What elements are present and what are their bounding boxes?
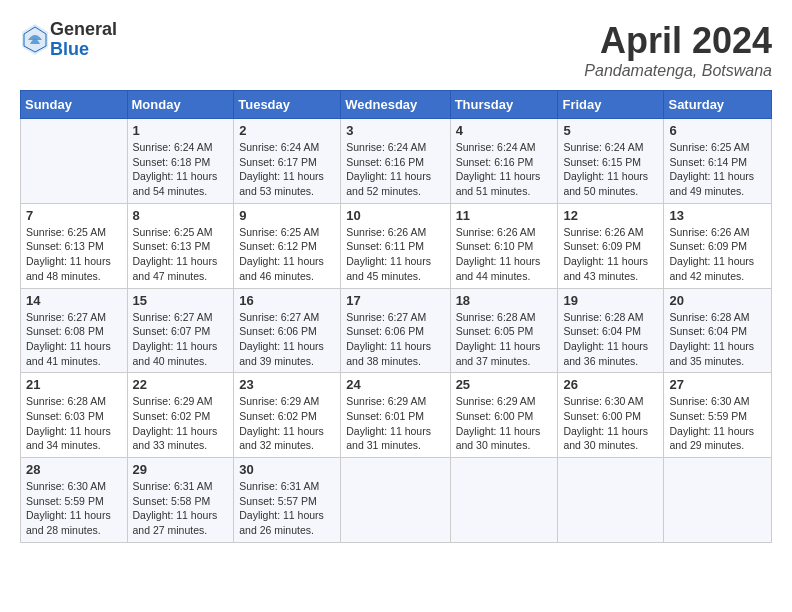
logo-blue: Blue [50,40,117,60]
day-number: 14 [26,293,122,308]
header-day: Sunday [21,91,128,119]
day-number: 5 [563,123,658,138]
calendar-cell: 6Sunrise: 6:25 AMSunset: 6:14 PMDaylight… [664,119,772,204]
page-header: General Blue April 2024 Pandamatenga, Bo… [20,20,772,80]
day-info: Sunrise: 6:28 AMSunset: 6:04 PMDaylight:… [563,310,658,369]
day-info: Sunrise: 6:26 AMSunset: 6:10 PMDaylight:… [456,225,553,284]
header-day: Friday [558,91,664,119]
day-number: 18 [456,293,553,308]
day-info: Sunrise: 6:28 AMSunset: 6:05 PMDaylight:… [456,310,553,369]
day-info: Sunrise: 6:29 AMSunset: 6:00 PMDaylight:… [456,394,553,453]
calendar-cell: 18Sunrise: 6:28 AMSunset: 6:05 PMDayligh… [450,288,558,373]
day-number: 20 [669,293,766,308]
calendar-cell: 4Sunrise: 6:24 AMSunset: 6:16 PMDaylight… [450,119,558,204]
day-info: Sunrise: 6:26 AMSunset: 6:09 PMDaylight:… [669,225,766,284]
day-info: Sunrise: 6:24 AMSunset: 6:16 PMDaylight:… [456,140,553,199]
day-number: 8 [133,208,229,223]
calendar-cell: 8Sunrise: 6:25 AMSunset: 6:13 PMDaylight… [127,203,234,288]
calendar-cell: 11Sunrise: 6:26 AMSunset: 6:10 PMDayligh… [450,203,558,288]
day-number: 6 [669,123,766,138]
calendar-cell: 26Sunrise: 6:30 AMSunset: 6:00 PMDayligh… [558,373,664,458]
day-info: Sunrise: 6:30 AMSunset: 5:59 PMDaylight:… [26,479,122,538]
day-info: Sunrise: 6:27 AMSunset: 6:07 PMDaylight:… [133,310,229,369]
day-number: 21 [26,377,122,392]
day-number: 25 [456,377,553,392]
calendar-cell [558,458,664,543]
day-info: Sunrise: 6:27 AMSunset: 6:06 PMDaylight:… [239,310,335,369]
day-info: Sunrise: 6:31 AMSunset: 5:57 PMDaylight:… [239,479,335,538]
day-number: 30 [239,462,335,477]
day-number: 23 [239,377,335,392]
day-info: Sunrise: 6:27 AMSunset: 6:08 PMDaylight:… [26,310,122,369]
day-number: 9 [239,208,335,223]
day-info: Sunrise: 6:31 AMSunset: 5:58 PMDaylight:… [133,479,229,538]
day-info: Sunrise: 6:25 AMSunset: 6:13 PMDaylight:… [133,225,229,284]
day-info: Sunrise: 6:25 AMSunset: 6:13 PMDaylight:… [26,225,122,284]
day-info: Sunrise: 6:24 AMSunset: 6:18 PMDaylight:… [133,140,229,199]
calendar-cell: 10Sunrise: 6:26 AMSunset: 6:11 PMDayligh… [341,203,450,288]
calendar-week-row: 28Sunrise: 6:30 AMSunset: 5:59 PMDayligh… [21,458,772,543]
day-number: 29 [133,462,229,477]
day-number: 28 [26,462,122,477]
day-number: 15 [133,293,229,308]
location: Pandamatenga, Botswana [584,62,772,80]
calendar-cell [341,458,450,543]
day-number: 3 [346,123,444,138]
day-number: 1 [133,123,229,138]
day-number: 26 [563,377,658,392]
calendar-cell: 12Sunrise: 6:26 AMSunset: 6:09 PMDayligh… [558,203,664,288]
day-info: Sunrise: 6:28 AMSunset: 6:04 PMDaylight:… [669,310,766,369]
calendar-cell: 19Sunrise: 6:28 AMSunset: 6:04 PMDayligh… [558,288,664,373]
day-number: 12 [563,208,658,223]
logo-text: General Blue [50,20,117,60]
day-number: 27 [669,377,766,392]
calendar-cell: 28Sunrise: 6:30 AMSunset: 5:59 PMDayligh… [21,458,128,543]
day-number: 11 [456,208,553,223]
day-info: Sunrise: 6:27 AMSunset: 6:06 PMDaylight:… [346,310,444,369]
header-row: SundayMondayTuesdayWednesdayThursdayFrid… [21,91,772,119]
day-info: Sunrise: 6:29 AMSunset: 6:01 PMDaylight:… [346,394,444,453]
day-number: 7 [26,208,122,223]
day-number: 22 [133,377,229,392]
day-info: Sunrise: 6:24 AMSunset: 6:15 PMDaylight:… [563,140,658,199]
day-number: 10 [346,208,444,223]
day-number: 4 [456,123,553,138]
calendar-cell: 5Sunrise: 6:24 AMSunset: 6:15 PMDaylight… [558,119,664,204]
day-number: 24 [346,377,444,392]
logo-general: General [50,20,117,40]
day-number: 16 [239,293,335,308]
day-info: Sunrise: 6:28 AMSunset: 6:03 PMDaylight:… [26,394,122,453]
calendar-cell: 20Sunrise: 6:28 AMSunset: 6:04 PMDayligh… [664,288,772,373]
calendar-cell: 3Sunrise: 6:24 AMSunset: 6:16 PMDaylight… [341,119,450,204]
day-info: Sunrise: 6:30 AMSunset: 6:00 PMDaylight:… [563,394,658,453]
header-day: Tuesday [234,91,341,119]
calendar-table: SundayMondayTuesdayWednesdayThursdayFrid… [20,90,772,543]
calendar-week-row: 21Sunrise: 6:28 AMSunset: 6:03 PMDayligh… [21,373,772,458]
calendar-cell: 30Sunrise: 6:31 AMSunset: 5:57 PMDayligh… [234,458,341,543]
day-number: 13 [669,208,766,223]
logo-icon [20,22,50,57]
calendar-cell: 9Sunrise: 6:25 AMSunset: 6:12 PMDaylight… [234,203,341,288]
header-day: Monday [127,91,234,119]
day-info: Sunrise: 6:25 AMSunset: 6:12 PMDaylight:… [239,225,335,284]
calendar-cell: 15Sunrise: 6:27 AMSunset: 6:07 PMDayligh… [127,288,234,373]
calendar-cell: 1Sunrise: 6:24 AMSunset: 6:18 PMDaylight… [127,119,234,204]
title-area: April 2024 Pandamatenga, Botswana [584,20,772,80]
calendar-cell: 2Sunrise: 6:24 AMSunset: 6:17 PMDaylight… [234,119,341,204]
logo: General Blue [20,20,117,60]
day-number: 19 [563,293,658,308]
calendar-cell: 17Sunrise: 6:27 AMSunset: 6:06 PMDayligh… [341,288,450,373]
day-info: Sunrise: 6:24 AMSunset: 6:16 PMDaylight:… [346,140,444,199]
day-info: Sunrise: 6:29 AMSunset: 6:02 PMDaylight:… [133,394,229,453]
calendar-cell: 21Sunrise: 6:28 AMSunset: 6:03 PMDayligh… [21,373,128,458]
calendar-cell [21,119,128,204]
calendar-week-row: 7Sunrise: 6:25 AMSunset: 6:13 PMDaylight… [21,203,772,288]
header-day: Thursday [450,91,558,119]
day-info: Sunrise: 6:24 AMSunset: 6:17 PMDaylight:… [239,140,335,199]
day-number: 2 [239,123,335,138]
calendar-cell: 22Sunrise: 6:29 AMSunset: 6:02 PMDayligh… [127,373,234,458]
calendar-cell: 25Sunrise: 6:29 AMSunset: 6:00 PMDayligh… [450,373,558,458]
calendar-cell [664,458,772,543]
header-day: Saturday [664,91,772,119]
day-info: Sunrise: 6:25 AMSunset: 6:14 PMDaylight:… [669,140,766,199]
